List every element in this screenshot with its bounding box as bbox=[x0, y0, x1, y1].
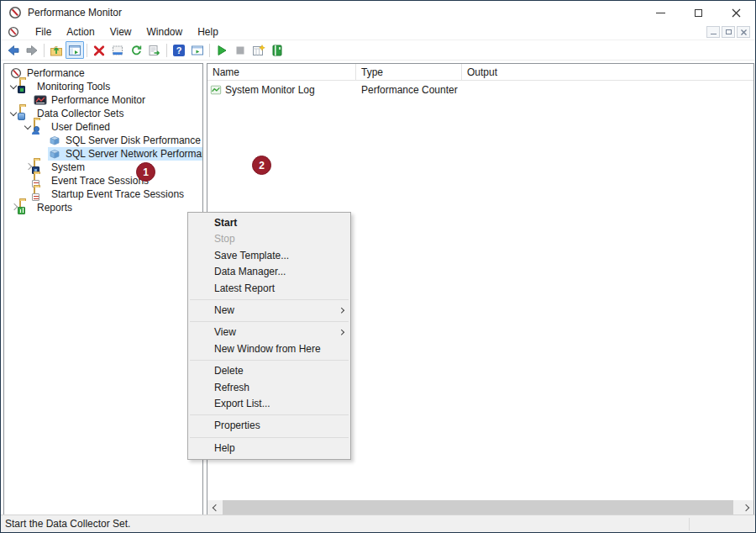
context-menu-item-start[interactable]: Start bbox=[188, 215, 350, 231]
context-menu-item-latest-report[interactable]: Latest Report bbox=[188, 281, 350, 297]
forward-button[interactable] bbox=[23, 41, 41, 59]
toolbar-separator bbox=[44, 44, 45, 57]
up-one-level-icon bbox=[50, 44, 63, 57]
tree-item-startup-event-trace-sessions[interactable]: Startup Event Trace Sessions bbox=[4, 187, 202, 201]
menu-window[interactable]: Window bbox=[139, 24, 191, 40]
context-menu: Start Stop Save Template... Data Manager… bbox=[187, 212, 351, 460]
properties-button[interactable] bbox=[108, 41, 127, 59]
mdi-window-controls bbox=[706, 26, 750, 38]
context-menu-item-stop[interactable]: Stop bbox=[188, 231, 350, 247]
mdi-close-button[interactable] bbox=[737, 26, 750, 38]
perfmon-logo-icon bbox=[8, 6, 22, 19]
refresh-button[interactable] bbox=[127, 41, 145, 59]
show-console-tree-button[interactable] bbox=[66, 41, 84, 59]
tree-item-sql-server-disk-performance[interactable]: SQL Server Disk Performance bbox=[4, 134, 202, 147]
scroll-right-button[interactable] bbox=[739, 500, 753, 515]
submenu-arrow-icon bbox=[339, 308, 344, 313]
close-button[interactable] bbox=[717, 1, 755, 24]
help-button[interactable]: ? bbox=[170, 41, 188, 59]
menu-help[interactable]: Help bbox=[190, 24, 226, 40]
context-menu-item-refresh[interactable]: Refresh bbox=[188, 380, 350, 396]
column-header-name[interactable]: Name bbox=[207, 64, 356, 81]
stop-button[interactable] bbox=[231, 41, 249, 59]
show-window-icon bbox=[191, 44, 204, 57]
context-menu-item-save-template[interactable]: Save Template... bbox=[188, 248, 350, 264]
system-monitor-log-icon bbox=[210, 84, 222, 96]
context-menu-item-export-list[interactable]: Export List... bbox=[188, 396, 350, 412]
list-cell-name: System Monitor Log bbox=[223, 84, 317, 96]
toolbar-separator bbox=[166, 44, 167, 57]
folder-user-icon bbox=[34, 120, 47, 134]
toolbar: ? bbox=[1, 40, 755, 61]
back-button[interactable] bbox=[4, 41, 23, 59]
export-list-button[interactable] bbox=[145, 41, 164, 59]
annotation-step-1-badge: 1 bbox=[136, 162, 155, 182]
context-menu-item-properties[interactable]: Properties bbox=[188, 418, 350, 434]
column-header-output[interactable]: Output bbox=[462, 64, 753, 81]
context-menu-item-new-window-from-here[interactable]: New Window from Here bbox=[188, 341, 350, 357]
tree-item-reports[interactable]: Reports bbox=[4, 201, 202, 214]
selected-row-highlight: SQL Server Network Performance bbox=[48, 147, 202, 161]
performance-monitor-window: Performance Monitor File Action View Win… bbox=[0, 0, 756, 533]
help-icon: ? bbox=[173, 45, 185, 56]
tree-item-performance-monitor[interactable]: Performance Monitor bbox=[4, 93, 202, 107]
stop-icon bbox=[234, 44, 247, 57]
mdi-minimize-button[interactable] bbox=[706, 26, 720, 38]
tree-item-label: Data Collector Sets bbox=[35, 108, 125, 119]
data-cube-icon bbox=[48, 147, 61, 161]
delete-icon bbox=[92, 44, 106, 57]
folder-page-icon bbox=[34, 187, 47, 201]
tree-item-monitoring-tools[interactable]: Monitoring Tools bbox=[4, 80, 202, 93]
view-log-icon bbox=[270, 44, 284, 57]
tree-item-label: Performance Monitor bbox=[50, 94, 147, 106]
tree-item-label: Startup Event Trace Sessions bbox=[50, 188, 186, 200]
context-menu-separator bbox=[190, 437, 349, 438]
folder-monitor-icon bbox=[19, 80, 33, 93]
context-menu-separator bbox=[190, 360, 349, 361]
folder-report-icon bbox=[19, 201, 33, 214]
tree-item-user-defined[interactable]: User Defined bbox=[4, 120, 202, 134]
tree-item-label: SQL Server Network Performance bbox=[64, 148, 202, 160]
list-row-system-monitor-log[interactable]: System Monitor Log Performance Counter bbox=[207, 82, 753, 98]
main-area: Performance Monitoring Tools Performance… bbox=[1, 61, 755, 515]
system-menu-icon[interactable] bbox=[8, 26, 19, 38]
status-bar: Start the Data Collector Set. bbox=[1, 515, 755, 532]
context-menu-item-view[interactable]: View bbox=[188, 325, 350, 340]
scroll-left-button[interactable] bbox=[207, 500, 222, 515]
new-data-collector-set-icon bbox=[252, 44, 265, 57]
context-menu-item-delete[interactable]: Delete bbox=[188, 363, 350, 379]
context-menu-item-help[interactable]: Help bbox=[188, 441, 350, 456]
back-icon bbox=[7, 44, 20, 57]
column-header-type[interactable]: Type bbox=[356, 64, 462, 81]
context-menu-item-new[interactable]: New bbox=[188, 303, 350, 319]
context-menu-separator bbox=[190, 321, 349, 322]
mdi-minimize-icon bbox=[711, 34, 717, 35]
tree-item-label: System bbox=[50, 161, 87, 173]
menu-file[interactable]: File bbox=[28, 24, 59, 40]
menu-view[interactable]: View bbox=[102, 24, 139, 40]
performance-chart-icon bbox=[34, 93, 47, 107]
scrollbar-thumb[interactable] bbox=[223, 500, 733, 515]
show-console-tree-icon bbox=[68, 44, 81, 57]
tree-item-label: Reports bbox=[35, 202, 74, 214]
mdi-restore-button[interactable] bbox=[722, 26, 735, 38]
new-data-collector-set-button[interactable] bbox=[249, 41, 268, 59]
context-menu-item-data-manager[interactable]: Data Manager... bbox=[188, 264, 350, 280]
context-menu-separator bbox=[190, 414, 349, 415]
tree-item-performance[interactable]: Performance bbox=[4, 66, 202, 80]
maximize-button[interactable] bbox=[680, 1, 717, 24]
console-tree-panel: Performance Monitoring Tools Performance… bbox=[3, 63, 203, 515]
minimize-button[interactable] bbox=[642, 1, 680, 24]
start-button[interactable] bbox=[213, 41, 231, 59]
tree-item-label: Event Trace Sessions bbox=[50, 175, 150, 187]
show-window-button[interactable] bbox=[188, 41, 207, 59]
refresh-icon bbox=[129, 44, 143, 57]
tree-item-label: Performance bbox=[25, 67, 87, 79]
export-list-icon bbox=[148, 44, 161, 57]
tree-item-label: Monitoring Tools bbox=[35, 81, 112, 92]
menu-action[interactable]: Action bbox=[59, 24, 102, 40]
view-log-button[interactable] bbox=[268, 41, 286, 59]
up-one-level-button[interactable] bbox=[47, 41, 66, 59]
submenu-arrow-icon bbox=[339, 330, 344, 335]
delete-button[interactable] bbox=[90, 41, 108, 59]
